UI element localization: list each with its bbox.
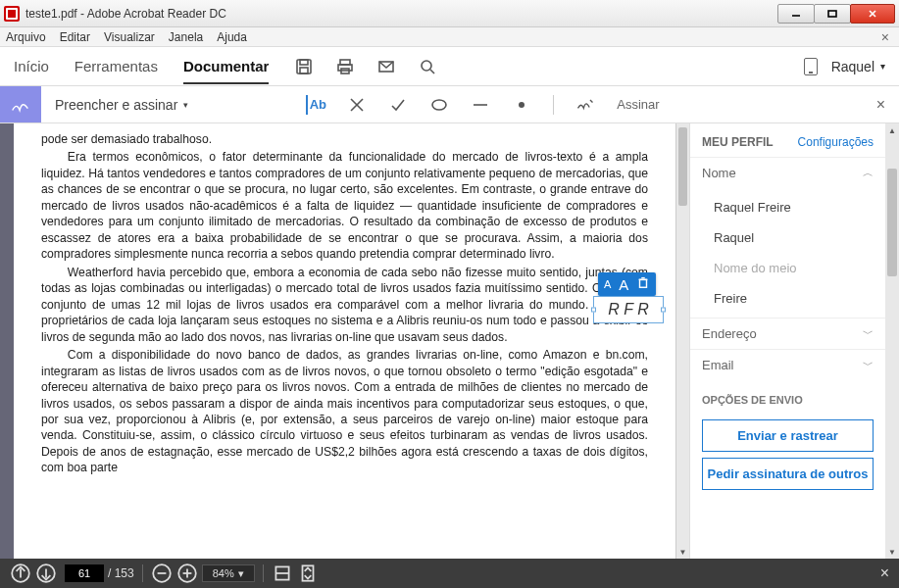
menu-arquivo[interactable]: Arquivo [6, 30, 46, 44]
scroll-up-icon[interactable]: ▲ [885, 123, 899, 137]
svg-rect-18 [640, 279, 647, 287]
tab-documentar[interactable]: Documentar [183, 58, 270, 84]
chevron-down-icon: ﹀ [863, 326, 874, 341]
signature-text: R F R [608, 301, 648, 318]
right-panel: MEU PERFIL Configurações Nome ︿ Raquel F… [689, 123, 899, 559]
doc-text: pode ser demasiado trabalhoso. [41, 131, 648, 147]
mail-icon[interactable] [376, 57, 396, 76]
chevron-up-icon: ︿ [863, 166, 874, 180]
dot-tool[interactable] [512, 95, 531, 115]
svg-point-17 [519, 102, 524, 108]
resize-handle[interactable] [661, 308, 666, 313]
save-icon[interactable] [294, 57, 314, 76]
chevron-down-icon: ▾ [238, 567, 244, 580]
cross-tool[interactable] [347, 95, 367, 115]
tab-inicio[interactable]: Início [14, 58, 49, 74]
svg-rect-6 [300, 68, 308, 74]
circle-tool[interactable] [429, 95, 449, 115]
request-signature-button[interactable]: Pedir assinatura de outros [702, 458, 874, 490]
close-toolbar-icon[interactable]: × [876, 96, 885, 114]
svg-point-15 [432, 100, 446, 110]
chevron-down-icon: ▾ [183, 100, 188, 110]
close-controls-icon[interactable]: × [880, 564, 889, 582]
panel-scrollbar[interactable]: ▲ ▼ [885, 123, 899, 559]
section-email[interactable]: Email ﹀ [690, 349, 885, 380]
name-full[interactable]: Raquel Freire [690, 192, 885, 222]
doc-text: Weatherford havia percebido que, embora … [41, 265, 648, 345]
document-close-icon[interactable]: × [881, 29, 889, 45]
document-scrollbar[interactable]: ▲ ▼ [675, 123, 689, 559]
app-icon [4, 6, 20, 22]
svg-point-11 [422, 61, 431, 71]
zoom-out-icon[interactable] [151, 563, 173, 584]
increase-size-icon[interactable]: A [619, 276, 628, 293]
scroll-thumb[interactable] [678, 127, 687, 206]
sign-button[interactable]: Assinar [617, 97, 659, 112]
svg-rect-5 [300, 60, 308, 65]
page-controls: / 153 84%▾ × [0, 559, 899, 588]
signature-mini-toolbar[interactable]: A A [598, 272, 656, 296]
search-icon[interactable] [418, 57, 437, 76]
page-total: / 153 [108, 566, 134, 580]
name-fields: Raquel Freire Raquel Nome do meio Freire [690, 188, 885, 318]
menu-ajuda[interactable]: Ajuda [217, 30, 247, 44]
close-button[interactable] [850, 4, 895, 24]
send-track-button[interactable]: Enviar e rastrear [702, 419, 874, 452]
check-tool[interactable] [388, 95, 408, 115]
document-page: pode ser demasiado trabalhoso. Era termo… [14, 123, 675, 559]
menu-visualizar[interactable]: Visualizar [104, 30, 155, 44]
resize-handle[interactable] [591, 308, 596, 313]
menubar: Arquivo Editar Visualizar Janela Ajuda × [0, 27, 899, 47]
prev-page-icon[interactable] [10, 563, 31, 584]
next-page-icon[interactable] [35, 563, 57, 584]
menu-janela[interactable]: Janela [169, 30, 203, 44]
svg-line-12 [430, 70, 434, 74]
zoom-level[interactable]: 84%▾ [202, 564, 255, 582]
name-middle-placeholder[interactable]: Nome do meio [690, 253, 885, 283]
svg-rect-4 [297, 60, 311, 74]
add-text-tool[interactable]: Ab [306, 95, 325, 115]
window-title: teste1.pdf - Adobe Acrobat Reader DC [25, 7, 226, 21]
name-first[interactable]: Raquel [690, 222, 885, 253]
user-menu[interactable]: Raquel ▾ [804, 58, 885, 75]
mobile-icon [804, 58, 818, 75]
maximize-button[interactable] [814, 4, 851, 24]
name-last[interactable]: Freire [690, 283, 885, 314]
tab-ferramentas[interactable]: Ferramentas [75, 58, 158, 74]
config-link[interactable]: Configurações [798, 135, 874, 149]
line-tool[interactable] [471, 95, 490, 115]
print-icon[interactable] [335, 57, 355, 76]
scroll-thumb[interactable] [887, 169, 897, 276]
page-number-input[interactable] [65, 564, 104, 582]
main-tabs: Início Ferramentas Documentar Raquel ▾ [0, 47, 899, 86]
trash-icon[interactable] [636, 275, 650, 293]
chevron-down-icon: ﹀ [863, 358, 874, 372]
section-address[interactable]: Endereço ﹀ [690, 318, 885, 349]
window-titlebar: teste1.pdf - Adobe Acrobat Reader DC [0, 0, 899, 27]
svg-rect-1 [828, 11, 836, 17]
send-options-title: OPÇÕES DE ENVIO [690, 380, 885, 414]
svg-rect-8 [338, 65, 352, 71]
fit-width-icon[interactable] [272, 563, 293, 584]
signature-field[interactable]: R F R [593, 296, 664, 323]
decrease-size-icon[interactable]: A [604, 278, 611, 290]
panel-title: MEU PERFIL [702, 135, 774, 149]
fill-sign-dropdown[interactable]: Preencher e assinar ▾ [55, 97, 188, 113]
section-name[interactable]: Nome ︿ [690, 157, 885, 188]
scroll-down-icon[interactable]: ▼ [676, 545, 689, 559]
separator [553, 95, 554, 115]
fit-page-icon[interactable] [297, 563, 319, 584]
fill-sign-icon[interactable] [0, 86, 41, 122]
menu-editar[interactable]: Editar [60, 30, 90, 44]
scroll-down-icon[interactable]: ▼ [885, 545, 899, 559]
chevron-down-icon: ▾ [880, 61, 885, 72]
fill-sign-toolbar: Preencher e assinar ▾ Ab Assinar × [0, 86, 899, 123]
doc-text: Com a disponibilidade do novo banco de d… [41, 347, 648, 476]
user-name: Raquel [831, 59, 874, 74]
zoom-in-icon[interactable] [176, 563, 198, 584]
document-viewport[interactable]: pode ser demasiado trabalhoso. Era termo… [0, 123, 689, 559]
signature-icon[interactable] [575, 95, 595, 115]
doc-text: Era termos econômicos, o fator determina… [41, 149, 648, 262]
minimize-button[interactable] [777, 4, 815, 24]
